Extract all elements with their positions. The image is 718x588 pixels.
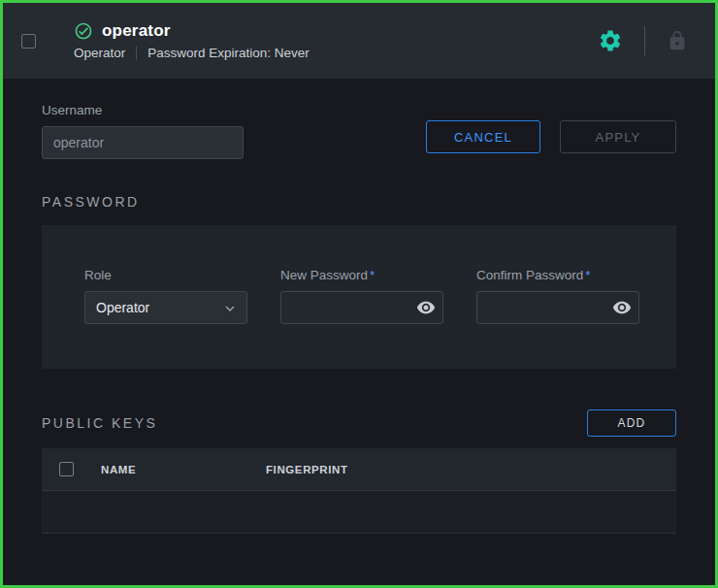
column-header-name: NAME [101,464,266,475]
form-actions: CANCEL APPLY [426,120,676,153]
eye-icon [612,298,632,317]
public-keys-table: NAME FINGERPRINT [42,448,676,534]
role-field-group: Role Operator [84,268,247,324]
gear-icon [598,28,623,53]
toggle-confirm-password-visibility[interactable] [612,298,632,317]
cancel-button[interactable]: CANCEL [426,120,540,153]
public-keys-header: PUBLIC KEYS ADD [42,409,676,437]
select-all-checkbox[interactable] [59,462,74,476]
page-title: operator [102,21,171,41]
new-password-label: New Password* [280,268,443,282]
user-detail-window: operator Operator Password Expiration: N… [0,0,718,588]
select-user-checkbox[interactable] [21,34,36,49]
settings-button[interactable] [596,26,625,55]
public-keys-section-title: PUBLIC KEYS [42,415,157,431]
confirm-password-label: Confirm Password* [476,268,639,282]
table-header-row: NAME FINGERPRINT [42,448,676,491]
username-field-group: Username [42,103,244,159]
main-content: Username CANCEL APPLY PASSWORD Role Oper… [3,79,715,585]
column-header-fingerprint: FINGERPRINT [266,464,348,475]
header-bar: operator Operator Password Expiration: N… [3,3,715,79]
username-label: Username [42,103,244,117]
chevron-down-icon [222,301,238,319]
required-marker: * [585,268,590,282]
table-empty-row [42,491,676,534]
header-actions [596,26,690,55]
confirm-password-field-group: Confirm Password* [476,268,639,324]
required-marker: * [370,268,375,282]
role-select[interactable]: Operator [84,291,247,324]
password-expiration-text: Password Expiration: Never [147,46,310,60]
check-circle-icon [74,21,93,41]
password-panel: Role Operator New Password* [42,225,676,369]
role-selected-value: Operator [96,300,149,315]
header-divider [644,26,645,55]
password-section-title: PASSWORD [42,194,676,210]
lock-icon [667,30,688,51]
user-title-block: operator Operator Password Expiration: N… [74,21,310,60]
toggle-new-password-visibility[interactable] [416,298,436,317]
apply-button[interactable]: APPLY [560,120,676,153]
role-label: Role [84,268,247,282]
user-role-text: Operator [74,46,125,60]
add-public-key-button[interactable]: ADD [587,409,676,437]
subtitle-divider [136,47,137,60]
lock-button[interactable] [665,28,690,53]
username-input[interactable] [42,126,244,159]
new-password-field-group: New Password* [280,268,443,324]
eye-icon [416,298,436,317]
